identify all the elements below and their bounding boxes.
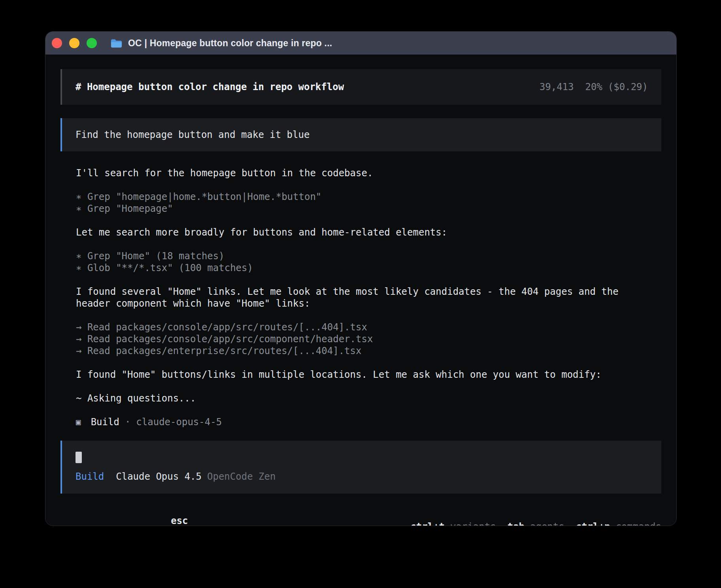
shortcut-label: agents [530, 521, 564, 526]
tool-call-read: → Read packages/console/app/src/routes/[… [60, 321, 661, 333]
zoom-button[interactable] [87, 38, 97, 48]
window-title: OC | Homepage button color change in rep… [128, 39, 332, 48]
assistant-text: Let me search more broadly for buttons a… [60, 226, 661, 238]
folder-icon [110, 38, 123, 48]
agents-shortcut: tab agents [508, 521, 564, 526]
variants-shortcut: ctrl+t variants [410, 521, 496, 526]
assistant-text: I'll search for the homepage button in t… [60, 167, 661, 179]
status-bar: ········ esc interrupt ctrl+t variants t… [60, 503, 661, 526]
agent-icon: ▣ [76, 416, 81, 428]
user-message-text: Find the homepage button and make it blu… [75, 129, 310, 141]
assistant-text: I found "Home" buttons/links in multiple… [60, 369, 661, 381]
assistant-text: header component which have "Home" links… [60, 298, 661, 309]
tool-call-group: ∗ Grep "homepage|home.*button|Home.*butt… [60, 191, 661, 215]
tool-call-read: → Read packages/enterprise/src/routes/[.… [60, 345, 661, 357]
session-title: # Homepage button color change in repo w… [75, 81, 344, 93]
context-percent: 20% [585, 81, 602, 93]
assistant-paragraph: I found several "Home" links. Let me loo… [60, 286, 661, 309]
esc-key: esc [171, 515, 188, 526]
session-cost: ($0.29) [608, 81, 648, 93]
active-agent[interactable]: Build [75, 471, 104, 482]
active-model[interactable]: Claude Opus 4.5 [116, 471, 202, 482]
tool-call-glob: ∗ Glob "**/*.tsx" (100 matches) [60, 262, 661, 274]
user-message: Find the homepage button and make it blu… [60, 118, 661, 151]
titlebar: OC | Homepage button color change in rep… [45, 32, 676, 55]
session-stats: 39,413 20% ($0.29) [540, 81, 648, 93]
progress-spinner-dots: ········ [65, 521, 114, 526]
esc-shortcut: esc interrupt [125, 503, 228, 526]
shortcut-key: tab [508, 521, 525, 526]
tool-call-group: → Read packages/console/app/src/routes/[… [60, 321, 661, 357]
separator-dot: · [125, 416, 130, 428]
assistant-text: I found several "Home" links. Let me loo… [60, 286, 661, 298]
shortcut-label: commands [615, 521, 661, 526]
tool-call-grep: ∗ Grep "Homepage" [60, 203, 661, 215]
agent-name: Build [91, 416, 119, 428]
commands-shortcut: ctrl+p commands [576, 521, 661, 526]
text-cursor [75, 452, 82, 463]
model-name: claude-opus-4-5 [136, 416, 222, 428]
shortcut-key: ctrl+t [410, 521, 445, 526]
model-provider: OpenCode Zen [207, 471, 276, 482]
token-count: 39,413 [540, 81, 574, 93]
input-meta-row: Build Claude Opus 4.5 OpenCode Zen [75, 471, 648, 482]
shortcut-hints: ctrl+t variants tab agents ctrl+p comman… [410, 521, 661, 526]
tool-call-grep: ∗ Grep "homepage|home.*button|Home.*butt… [60, 191, 661, 203]
terminal-content: # Homepage button color change in repo w… [45, 55, 676, 526]
agent-status-row: ▣ Build · claude-opus-4-5 [60, 416, 661, 428]
terminal-window: OC | Homepage button color change in rep… [45, 31, 677, 526]
tool-call-group: ∗ Grep "Home" (18 matches) ∗ Glob "**/*.… [60, 250, 661, 274]
tool-call-read: → Read packages/console/app/src/componen… [60, 333, 661, 345]
shortcut-key: ctrl+p [576, 521, 610, 526]
session-header: # Homepage button color change in repo w… [60, 69, 661, 105]
minimize-button[interactable] [69, 38, 79, 48]
tool-call-grep: ∗ Grep "Home" (18 matches) [60, 250, 661, 262]
prompt-input[interactable]: Build Claude Opus 4.5 OpenCode Zen [60, 441, 661, 494]
close-button[interactable] [52, 38, 62, 48]
shortcut-label: variants [450, 521, 496, 526]
asking-questions-status: ~ Asking questions... [60, 392, 661, 404]
